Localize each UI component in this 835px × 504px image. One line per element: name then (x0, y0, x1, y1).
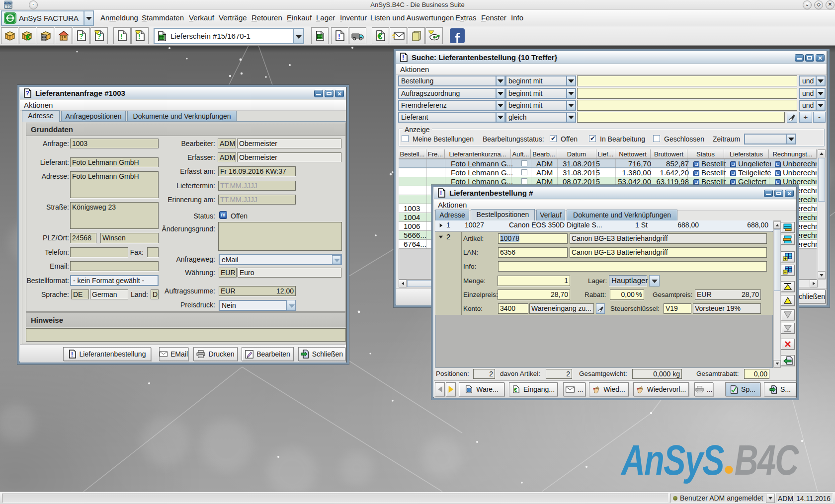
svg-text:!: ! (402, 54, 404, 61)
svg-text:€: € (514, 387, 517, 393)
svg-text:€: € (378, 32, 382, 41)
svg-text:?: ? (25, 89, 29, 97)
svg-text:!: ! (338, 32, 340, 40)
svg-text:€: € (26, 33, 31, 42)
svg-text:!: ! (440, 189, 442, 197)
svg-text:!: ! (71, 351, 73, 358)
